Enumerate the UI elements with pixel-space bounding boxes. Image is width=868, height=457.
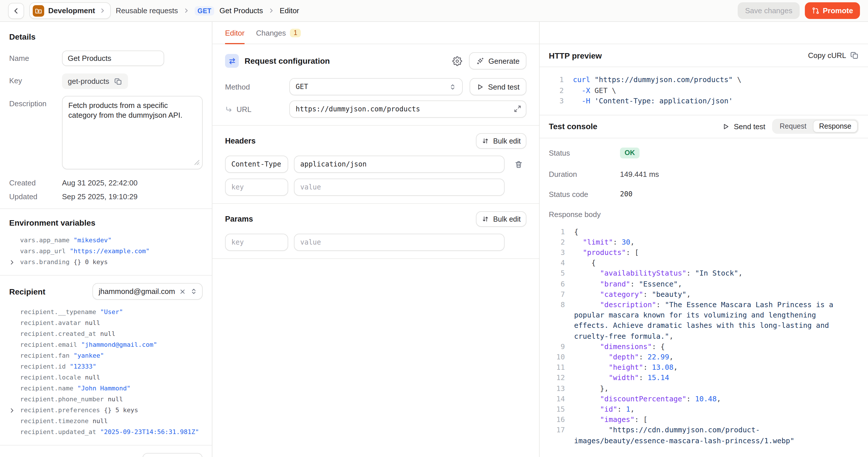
test-console-body: Status OK Duration 149.441 ms Status cod… xyxy=(539,138,868,457)
variable-row: recipient.created_atnull xyxy=(9,328,203,339)
promote-button[interactable]: Promote xyxy=(805,2,860,19)
expand-chevron-icon[interactable] xyxy=(9,407,20,413)
environment-variables-heading: Environment variables xyxy=(9,218,203,227)
params-header: Params Bulk edit xyxy=(225,211,526,227)
param-key-input[interactable] xyxy=(225,234,288,251)
line-content: "discountPercentage": 10.48, xyxy=(574,394,834,404)
headers-bulk-edit-button[interactable]: Bulk edit xyxy=(476,133,526,149)
details-sidebar: Details Name Key get-products Descriptio… xyxy=(0,22,212,457)
variable-value: null xyxy=(85,374,100,381)
environment-variables-list: vars.app_name"mikesdev"vars.app_url"http… xyxy=(9,235,203,268)
method-select[interactable]: GET xyxy=(289,78,463,95)
breadcrumb-separator-icon xyxy=(268,7,274,14)
curl-preview-code: 1curl "https://dummyjson.com/products" \… xyxy=(539,67,868,115)
back-button[interactable] xyxy=(8,3,24,19)
status-code-row: Status code 200 xyxy=(549,190,859,199)
variable-row: recipient.localenull xyxy=(9,372,203,383)
resize-grip-icon[interactable] xyxy=(194,157,200,167)
key-label: Key xyxy=(9,73,62,85)
line-content: -X GET \ xyxy=(573,85,859,96)
code-line: 3 -H 'Content-Type: application/json' xyxy=(549,96,859,106)
params-bulk-edit-button[interactable]: Bulk edit xyxy=(476,211,526,227)
variable-value: {} 0 keys xyxy=(73,258,107,266)
save-changes-button[interactable]: Save changes xyxy=(738,2,800,19)
breadcrumb-collection[interactable]: Reusable requests xyxy=(116,6,178,15)
url-input[interactable] xyxy=(289,100,526,118)
headers-heading: Headers xyxy=(225,136,256,145)
request-configuration-section: Request configuration Generate Method GE… xyxy=(212,44,539,266)
delete-header-button[interactable] xyxy=(510,160,526,169)
corner-down-right-icon xyxy=(225,105,232,113)
variable-value: "yankee" xyxy=(73,352,104,359)
code-line: 5 "availabilityStatus": "In Stock", xyxy=(549,268,859,279)
changes-count-badge: 1 xyxy=(290,28,301,37)
actor-select[interactable]: Select user xyxy=(143,453,203,457)
header-key-input[interactable] xyxy=(225,179,288,196)
description-textarea[interactable]: Fetch products from a specific category … xyxy=(62,96,203,170)
settings-button[interactable] xyxy=(451,55,463,67)
divider xyxy=(0,445,212,446)
request-configuration-title: Request configuration xyxy=(245,56,445,65)
tab-editor[interactable]: Editor xyxy=(225,22,245,43)
console-send-test-button[interactable]: Send test xyxy=(722,122,765,131)
line-content: "dimensions": { xyxy=(574,341,834,352)
line-content: "width": 15.14 xyxy=(574,373,834,383)
variable-path: recipient.timezone xyxy=(20,417,88,425)
variable-row: recipient.updated_at"2025-09-23T14:56:31… xyxy=(9,427,203,437)
tab-changes[interactable]: Changes 1 xyxy=(256,22,301,43)
send-test-button[interactable]: Send test xyxy=(470,78,526,95)
expand-url-button[interactable] xyxy=(513,104,522,113)
url-row: URL xyxy=(225,100,526,118)
header-value-input[interactable] xyxy=(294,179,505,196)
toggle-response[interactable]: Response xyxy=(813,120,858,133)
copy-key-button[interactable] xyxy=(115,77,123,85)
recipient-select[interactable]: jhammond@gmail.com xyxy=(92,283,203,300)
variable-row: recipient.fan"yankee" xyxy=(9,350,203,361)
method-badge: GET xyxy=(195,6,214,15)
code-line: 12 "width": 15.14 xyxy=(549,373,859,383)
line-content: "availabilityStatus": "In Stock", xyxy=(574,268,834,279)
expand-chevron-icon[interactable] xyxy=(9,259,20,265)
test-console-title: Test console xyxy=(549,122,715,131)
variable-value: null xyxy=(85,319,100,327)
recipient-variables-list: recipient.__typename"User"recipient.avat… xyxy=(9,307,203,437)
line-number: 10 xyxy=(549,352,565,362)
variable-value: "mikesdev" xyxy=(73,237,112,244)
method-value: GET xyxy=(296,83,308,91)
name-input[interactable] xyxy=(62,51,164,66)
variable-path: recipient.name xyxy=(20,385,73,392)
breadcrumb-request-name[interactable]: Get Products xyxy=(220,6,263,15)
bulk-edit-icon xyxy=(482,137,489,145)
divider xyxy=(0,208,212,209)
key-value: get-products xyxy=(68,77,110,86)
code-line: 17 "https://cdn.dummyjson.com/product-im… xyxy=(549,425,859,446)
line-content: { xyxy=(574,226,834,237)
line-content: "description": "The Essence Mascara Lash… xyxy=(574,300,834,342)
variable-path: vars.app_name xyxy=(20,237,69,244)
header-value-input[interactable] xyxy=(294,156,505,173)
line-content: { xyxy=(574,258,834,268)
description-label: Description xyxy=(9,96,62,108)
breadcrumb-section: Editor xyxy=(280,6,299,15)
divider xyxy=(0,275,212,276)
http-preview-header: HTTP preview Copy cURL xyxy=(539,44,868,67)
param-value-input[interactable] xyxy=(294,234,505,251)
line-number: 15 xyxy=(549,404,565,415)
updated-value: Sep 25 2025, 19:10:29 xyxy=(62,192,137,201)
trash-icon xyxy=(514,160,523,169)
line-number: 6 xyxy=(549,279,565,289)
variable-value: "https://example.com" xyxy=(70,247,150,255)
created-row: Created Aug 31 2025, 22:42:00 xyxy=(9,179,203,187)
breadcrumb-separator-icon xyxy=(183,7,189,14)
variable-path: recipient.__typename xyxy=(20,308,96,316)
line-content: "https://cdn.dummyjson.com/product-image… xyxy=(574,425,834,446)
line-content: "category": "beauty", xyxy=(574,289,834,299)
generate-button[interactable]: Generate xyxy=(469,52,526,69)
clear-icon[interactable] xyxy=(179,288,186,295)
toggle-request[interactable]: Request xyxy=(773,120,813,133)
copy-curl-button[interactable]: Copy cURL xyxy=(808,51,859,60)
environment-switcher[interactable]: Development xyxy=(29,2,111,19)
header-key-input[interactable] xyxy=(225,156,288,173)
details-heading: Details xyxy=(9,32,203,41)
divider xyxy=(212,258,539,259)
